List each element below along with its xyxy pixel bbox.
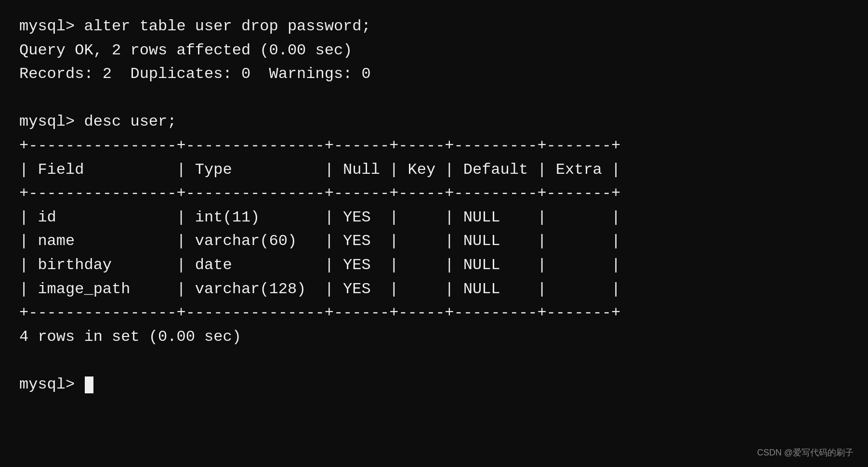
terminal-line-row3: | birthday | date | YES | | NULL | | xyxy=(19,253,849,277)
terminal-line-row4: | image_path | varchar(128) | YES | | NU… xyxy=(19,277,849,301)
terminal-line-result3: 4 rows in set (0.00 sec) xyxy=(19,325,849,349)
terminal-prompt-last: mysql> xyxy=(19,373,849,397)
empty-line xyxy=(19,86,849,110)
terminal-line-header: | Field | Type | Null | Key | Default | … xyxy=(19,158,849,182)
terminal-line-result2: Records: 2 Duplicates: 0 Warnings: 0 xyxy=(19,62,849,86)
terminal-window: mysql> alter table user drop password;Qu… xyxy=(19,14,849,397)
terminal-line-cmd1: mysql> alter table user drop password; xyxy=(19,14,849,39)
terminal-line-border2: +----------------+---------------+------… xyxy=(19,182,849,206)
empty-line xyxy=(19,349,849,373)
terminal-line-border3: +----------------+---------------+------… xyxy=(19,301,849,325)
watermark: CSDN @爱写代码的刷子 xyxy=(757,447,854,458)
terminal-line-border1: +----------------+---------------+------… xyxy=(19,134,849,158)
terminal-cursor xyxy=(85,376,93,393)
terminal-line-row1: | id | int(11) | YES | | NULL | | xyxy=(19,206,849,230)
terminal-line-row2: | name | varchar(60) | YES | | NULL | | xyxy=(19,229,849,253)
terminal-line-result1: Query OK, 2 rows affected (0.00 sec) xyxy=(19,39,849,63)
terminal-line-cmd2: mysql> desc user; xyxy=(19,110,849,134)
